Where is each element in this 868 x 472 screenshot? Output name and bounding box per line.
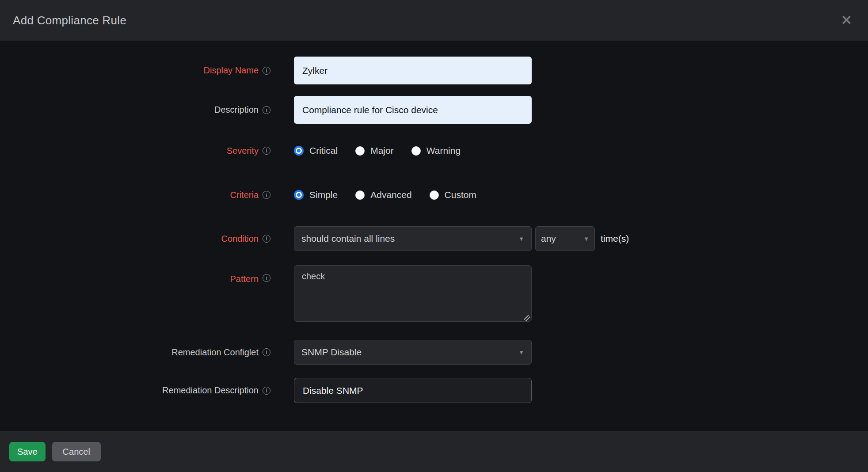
radio-unselected-icon <box>355 190 365 200</box>
modal-header: Add Compliance Rule ✕ <box>0 0 868 41</box>
severity-row: Severity Critical Major Warning <box>0 145 868 157</box>
condition-select[interactable]: should contain all lines ▼ <box>294 226 532 251</box>
description-row: Description <box>0 96 868 124</box>
criteria-option-custom[interactable]: Custom <box>430 190 476 200</box>
info-icon[interactable] <box>263 191 270 199</box>
remediation-configlet-label: Remediation Configlet <box>171 347 259 358</box>
radio-unselected-icon <box>411 146 421 156</box>
pattern-label: Pattern <box>230 274 259 284</box>
description-label: Description <box>214 105 259 115</box>
condition-row: Condition should contain all lines ▼ any… <box>0 226 868 251</box>
severity-radio-group: Critical Major Warning <box>294 145 461 156</box>
radio-unselected-icon <box>430 190 439 200</box>
display-name-row: Display Name <box>0 57 868 84</box>
radio-unselected-icon <box>355 146 365 156</box>
display-name-input[interactable] <box>294 57 532 84</box>
info-icon[interactable] <box>263 67 270 75</box>
pattern-row: Pattern check <box>0 265 868 324</box>
pattern-textarea[interactable]: check <box>294 265 532 322</box>
info-icon[interactable] <box>263 274 270 282</box>
info-icon[interactable] <box>263 387 270 395</box>
severity-option-major[interactable]: Major <box>355 145 394 156</box>
criteria-row: Criteria Simple Advanced Custom <box>0 189 868 201</box>
cancel-button[interactable]: Cancel <box>52 442 101 461</box>
condition-count-select[interactable]: any ▼ <box>535 226 595 251</box>
remediation-description-input[interactable] <box>294 378 532 403</box>
severity-label: Severity <box>227 146 259 156</box>
condition-suffix: time(s) <box>601 233 629 244</box>
severity-option-warning[interactable]: Warning <box>411 145 461 156</box>
criteria-radio-group: Simple Advanced Custom <box>294 190 476 200</box>
remediation-description-label: Remediation Description <box>162 385 259 396</box>
criteria-option-simple[interactable]: Simple <box>294 190 338 200</box>
remediation-description-row: Remediation Description <box>0 378 868 403</box>
chevron-down-icon: ▼ <box>518 236 524 242</box>
condition-label: Condition <box>221 234 259 244</box>
criteria-label: Criteria <box>230 190 259 200</box>
save-button[interactable]: Save <box>9 442 46 461</box>
info-icon[interactable] <box>263 348 270 356</box>
resize-handle[interactable] <box>524 315 530 321</box>
radio-selected-icon <box>294 190 304 200</box>
add-compliance-rule-modal: Add Compliance Rule ✕ Display Name Descr… <box>0 0 868 472</box>
display-name-label: Display Name <box>204 65 259 76</box>
description-input[interactable] <box>294 96 532 124</box>
chevron-down-icon: ▼ <box>583 236 589 242</box>
info-icon[interactable] <box>263 235 270 243</box>
modal-footer: Save Cancel <box>0 431 868 472</box>
close-icon[interactable]: ✕ <box>841 14 852 27</box>
remediation-configlet-row: Remediation Configlet SNMP Disable ▼ <box>0 340 868 365</box>
info-icon[interactable] <box>263 106 270 114</box>
criteria-option-advanced[interactable]: Advanced <box>355 190 411 200</box>
info-icon[interactable] <box>263 147 270 155</box>
severity-option-critical[interactable]: Critical <box>294 145 338 156</box>
modal-title: Add Compliance Rule <box>13 14 126 27</box>
radio-selected-icon <box>294 146 304 156</box>
remediation-configlet-select[interactable]: SNMP Disable ▼ <box>294 340 532 365</box>
chevron-down-icon: ▼ <box>518 349 524 356</box>
modal-form: Display Name Description Severity <box>0 41 868 431</box>
